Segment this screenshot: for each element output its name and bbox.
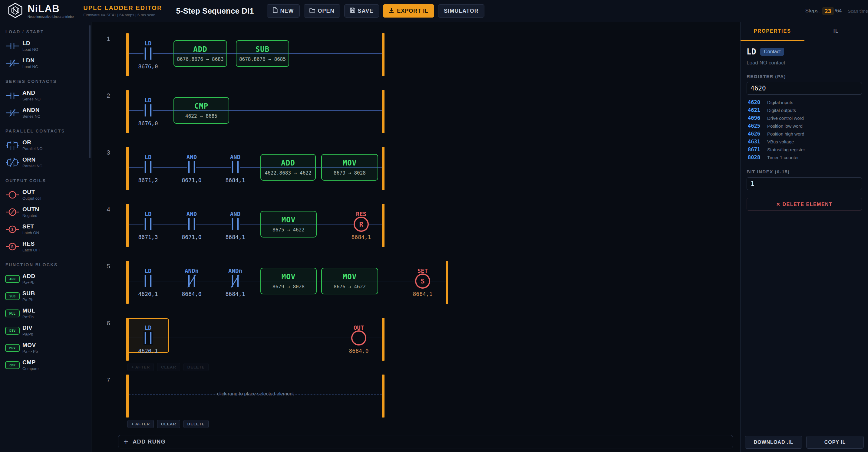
- palette-item-name: RES: [22, 240, 41, 247]
- palette-item-name: OR: [22, 139, 42, 146]
- palette-item-and[interactable]: ANDSeries NO: [0, 87, 91, 104]
- element-type: LD: [747, 47, 756, 56]
- rung-action-delete[interactable]: DELETE: [183, 420, 209, 428]
- rung-6[interactable]: 6LD4620,1OUT8684,0+ AFTERCLEARDELETE: [91, 318, 740, 361]
- function-block-sub[interactable]: SUB8678,8676 → 8685: [236, 40, 289, 67]
- rung-action-after[interactable]: + AFTER: [127, 363, 154, 371]
- rung-7[interactable]: 7click rung to place selected element+ A…: [91, 375, 740, 418]
- rung-2[interactable]: 2LD8676,0CMP4622 → 8685: [91, 90, 740, 133]
- palette-item-text: LDLoad NO: [22, 40, 38, 52]
- contact-ld[interactable]: [144, 46, 153, 61]
- tab-il[interactable]: IL: [804, 22, 868, 41]
- contact-ld[interactable]: [144, 103, 153, 118]
- register-option-4626[interactable]: 4626Position high word: [747, 130, 862, 138]
- contact-register: 8684,1: [225, 291, 245, 297]
- add-rung-button[interactable]: + ADD RUNG: [118, 435, 733, 448]
- rung-5[interactable]: 5LD4620,1ANDn8684,0ANDn8684,1MOV8679 → 8…: [91, 261, 740, 304]
- bit-index-input[interactable]: [747, 177, 862, 190]
- function-block-mov[interactable]: MOV8675 → 4622: [260, 211, 317, 237]
- contact-andn[interactable]: [187, 274, 196, 288]
- rung-1[interactable]: 1LD8676,0ADD8676,8676 → 8683SUB8678,8676…: [91, 33, 740, 76]
- palette-item-text: CMPCompare: [22, 359, 38, 371]
- contact-and[interactable]: [187, 217, 196, 231]
- export-il-button[interactable]: EXPORT IL: [383, 4, 434, 18]
- coil-out[interactable]: [351, 330, 366, 346]
- coil-set[interactable]: S: [415, 273, 430, 289]
- save-button[interactable]: SAVE: [344, 4, 379, 18]
- contact-and[interactable]: [187, 160, 196, 174]
- coil-res[interactable]: R: [353, 217, 369, 232]
- contact-and[interactable]: [231, 217, 240, 231]
- palette-item-andn[interactable]: ANDNSeries NC: [0, 104, 91, 121]
- function-block-mov[interactable]: MOV8676 → 4622: [321, 268, 378, 294]
- palette-item-out[interactable]: OUTOutput coil: [0, 186, 91, 203]
- contact-andn[interactable]: [231, 274, 240, 288]
- palette-item-set[interactable]: SSETLatch ON: [0, 221, 91, 238]
- rung-number: 6: [103, 320, 113, 327]
- register-option-4096[interactable]: 4096Drive control word: [747, 114, 862, 122]
- contact-and[interactable]: [231, 160, 240, 174]
- palette-item-cmp[interactable]: CMPCMPCompare: [0, 356, 91, 374]
- function-block-cmp[interactable]: CMP4622 → 8685: [174, 97, 229, 124]
- register-option-8028[interactable]: 8028Timer 1 counter: [747, 153, 862, 161]
- delete-element-button[interactable]: ✕ DELETE ELEMENT: [747, 198, 862, 211]
- block-icon: DIV: [2, 326, 22, 335]
- register-option-8671[interactable]: 8671Status/flag register: [747, 146, 862, 153]
- palette-item-desc: Pa-Pb: [22, 297, 35, 302]
- palette-item-text: DIVPa/Pb: [22, 325, 33, 336]
- power-rail-right: [382, 90, 384, 133]
- simulator-button[interactable]: SIMULATOR: [438, 4, 484, 18]
- palette-item-text: ANDNSeries NC: [22, 107, 40, 119]
- rung-4[interactable]: 4LD8671,3AND8671,0AND8684,1MOV8675 → 462…: [91, 204, 740, 247]
- block-operands: 8676 → 4622: [334, 284, 366, 290]
- palette-item-add[interactable]: ADDADDPa+Pb: [0, 270, 91, 287]
- palette-item-res[interactable]: RRESLatch OFF: [0, 238, 91, 255]
- function-block-add[interactable]: ADD4622,8683 → 4622: [260, 154, 316, 181]
- new-button[interactable]: NEW: [267, 4, 300, 18]
- rung-3[interactable]: 3LD8671,2AND8671,0AND8684,1ADD4622,8683 …: [91, 147, 740, 190]
- register-option-4625[interactable]: 4625Position low word: [747, 122, 862, 130]
- register-option-4620[interactable]: 4620Digital inputs: [747, 98, 862, 106]
- register-input[interactable]: [747, 82, 862, 95]
- rung-action-clear[interactable]: CLEAR: [157, 363, 180, 371]
- palette-item-desc: Pa*Pb: [22, 315, 35, 319]
- contact-ld[interactable]: [144, 331, 153, 345]
- function-block-add[interactable]: ADD8676,8676 → 8683: [174, 40, 227, 67]
- steps-value: 23: [822, 7, 834, 15]
- register-option-desc: Digital outputs: [767, 108, 796, 113]
- register-option-4621[interactable]: 4621Digital outputs: [747, 106, 862, 114]
- copy-il-button[interactable]: COPY IL: [806, 435, 864, 449]
- contact-ld[interactable]: [144, 160, 153, 174]
- palette-item-div[interactable]: DIVDIVPa/Pb: [0, 322, 91, 339]
- palette-item-sub[interactable]: SUBSUBPa-Pb: [0, 287, 91, 305]
- brand-tagline: Neue innovative Linearantriebe: [28, 15, 73, 19]
- parallel-nc-icon: [2, 157, 22, 168]
- tab-properties[interactable]: PROPERTIES: [741, 22, 804, 41]
- palette-item-mul[interactable]: MULMULPa*Pb: [0, 305, 91, 322]
- download-il-button[interactable]: DOWNLOAD .IL: [745, 435, 802, 449]
- palette-section-title: OUTPUT COILS: [0, 171, 91, 186]
- contact-ld[interactable]: [144, 274, 153, 288]
- palette-item-text: SETLatch ON: [22, 223, 39, 235]
- rung-action-after[interactable]: + AFTER: [127, 420, 154, 428]
- contact-ld[interactable]: [144, 217, 153, 231]
- rung-action-delete[interactable]: DELETE: [183, 363, 209, 371]
- palette-item-text: SUBPa-Pb: [22, 290, 35, 302]
- palette-item-ldn[interactable]: LDNLoad NC: [0, 55, 91, 72]
- palette-item-outn[interactable]: OUTNNegated: [0, 203, 91, 221]
- palette-item-ld[interactable]: LDLoad NO: [0, 37, 91, 55]
- open-button[interactable]: OPEN: [304, 4, 340, 18]
- contact-nc-icon: [2, 108, 22, 118]
- header-toolbar: NEW OPEN SAVE EXPORT IL SIMULATOR: [267, 4, 485, 18]
- function-block-mov[interactable]: MOV8679 → 8028: [260, 268, 317, 294]
- contact-label: LD: [145, 324, 152, 331]
- app-subtitle: Firmware >= SE41 | 64 steps | 6 ms scan: [83, 13, 162, 17]
- palette-item-orn[interactable]: ORNParallel NC: [0, 154, 91, 171]
- app-title-block: UPLC LADDER EDITOR Firmware >= SE41 | 64…: [83, 4, 162, 17]
- function-block-mov[interactable]: MOV8679 → 8028: [321, 154, 378, 181]
- register-option-4631[interactable]: 4631VBus voltage: [747, 138, 862, 146]
- palette-item-or[interactable]: ORParallel NO: [0, 136, 91, 154]
- block-operands: 8675 → 4622: [273, 227, 305, 233]
- palette-item-mov[interactable]: MOVMOVPa -> Pb: [0, 339, 91, 356]
- rung-action-clear[interactable]: CLEAR: [157, 420, 180, 428]
